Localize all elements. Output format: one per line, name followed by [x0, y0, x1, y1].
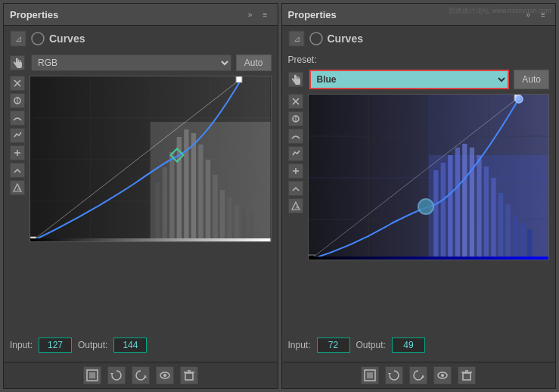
left-auto-button[interactable]: Auto [236, 54, 272, 71]
svg-point-78 [515, 95, 523, 103]
right-tool-6[interactable] [288, 181, 303, 196]
svg-point-44 [310, 33, 322, 45]
left-header-icons: » ≡ [244, 8, 272, 20]
left-tb-btn-1[interactable] [83, 366, 101, 384]
left-tool-2[interactable] [10, 93, 25, 108]
right-circle-icon [309, 32, 323, 45]
right-curve-svg [308, 94, 550, 260]
right-bottom-toolbar [282, 362, 556, 388]
left-curves-icon: ⊿ [10, 30, 26, 47]
left-tool-3[interactable] [10, 110, 25, 126]
right-channel-row: Blue RGB Red Green Auto [288, 70, 550, 89]
right-curve-section: A [288, 94, 550, 330]
right-panel: Properties » ≡ ⊿ Curves Preset: [281, 3, 557, 389]
svg-rect-33 [236, 76, 242, 82]
right-curve-title-row: ⊿ Curves [282, 26, 556, 48]
svg-point-2 [32, 33, 44, 45]
right-header-icons: » ≡ [522, 8, 549, 20]
right-input-output-row: Input: 72 Output: 49 [288, 334, 550, 356]
svg-rect-80 [367, 372, 373, 378]
svg-point-74 [418, 199, 433, 214]
left-curves-label: Curves [49, 33, 85, 45]
left-tb-btn-eye[interactable] [156, 366, 174, 384]
left-curve-section: A [10, 76, 272, 330]
right-panel-body: Preset: Blue RGB Red Green Auto [282, 48, 556, 362]
left-tool-6[interactable] [10, 163, 25, 178]
right-tb-btn-eye[interactable] [433, 366, 452, 384]
svg-rect-29 [30, 76, 271, 242]
right-tb-btn-3[interactable] [409, 366, 427, 384]
right-tool-hand[interactable] [288, 72, 303, 87]
left-panel-title: Properties [10, 9, 58, 20]
right-expand-icon[interactable]: » [522, 8, 534, 20]
right-tool-5[interactable] [288, 163, 303, 179]
svg-rect-72 [428, 95, 548, 260]
svg-text:⊿: ⊿ [15, 34, 22, 43]
right-auto-button[interactable]: Auto [514, 70, 549, 89]
svg-point-38 [163, 374, 166, 377]
right-panel-header: Properties » ≡ [282, 4, 556, 26]
right-curve-canvas-wrapper [308, 94, 550, 330]
left-output-value[interactable]: 144 [113, 338, 147, 353]
right-output-label: Output: [356, 340, 386, 350]
svg-rect-34 [30, 238, 271, 242]
left-properties-panel: Properties » ≡ ⊿ Curves [3, 3, 278, 389]
left-tool-4[interactable] [10, 128, 25, 143]
left-bottom-toolbar [4, 362, 278, 388]
svg-text:A: A [295, 205, 298, 210]
right-menu-icon[interactable]: ≡ [537, 8, 549, 20]
svg-text:A: A [17, 187, 20, 191]
right-tool-1[interactable] [288, 94, 303, 109]
left-panel-body: RGB Red Green Blue Auto [4, 48, 278, 362]
right-input-value[interactable]: 72 [317, 338, 350, 353]
left-curve-canvas-wrapper [30, 76, 272, 330]
left-tb-btn-2[interactable] [107, 366, 126, 384]
right-tb-btn-delete[interactable] [458, 366, 476, 384]
left-tb-btn-delete[interactable] [180, 366, 198, 384]
svg-rect-39 [185, 373, 193, 380]
left-output-label: Output: [78, 340, 107, 350]
right-tool-warning[interactable]: A [288, 198, 303, 213]
left-input-output-row: Input: 127 Output: 144 [10, 334, 272, 356]
right-side-tools-top [288, 72, 305, 87]
right-curves-icon: ⊿ [288, 30, 305, 47]
right-tool-4[interactable] [288, 146, 303, 161]
left-tool-warning[interactable]: A [10, 180, 25, 195]
left-panel-header: Properties » ≡ [4, 4, 278, 26]
left-input-label: Input: [10, 340, 33, 350]
left-channel-row: RGB Red Green Blue Auto [10, 54, 272, 71]
right-input-label: Input: [288, 340, 311, 350]
right-side-tools: A [288, 94, 305, 330]
right-output-value[interactable]: 49 [392, 338, 425, 353]
svg-point-82 [441, 374, 444, 377]
svg-rect-76 [309, 257, 549, 260]
right-preset-label: Preset: [288, 54, 317, 65]
svg-rect-36 [89, 372, 95, 378]
left-tool-hand[interactable] [10, 55, 25, 70]
left-expand-icon[interactable]: » [244, 8, 256, 20]
left-tool-5[interactable] [10, 145, 25, 160]
left-curve-title-row: ⊿ Curves [4, 26, 278, 48]
right-tool-3[interactable] [288, 129, 303, 144]
left-channel-select[interactable]: RGB Red Green Blue [31, 54, 231, 71]
left-circle-icon [31, 32, 45, 45]
right-curves-label: Curves [328, 33, 363, 45]
right-preset-row: Preset: [288, 54, 550, 65]
right-tool-2[interactable] [288, 111, 303, 126]
right-properties-panel: Properties » ≡ ⊿ Curves Preset: [281, 3, 557, 389]
left-menu-icon[interactable]: ≡ [259, 8, 272, 20]
right-panel-title: Properties [288, 9, 337, 20]
left-side-tools: A [10, 76, 26, 330]
right-tb-btn-2[interactable] [385, 366, 403, 384]
left-tb-btn-3[interactable] [132, 366, 150, 384]
right-channel-select[interactable]: Blue RGB Red Green [309, 70, 510, 89]
svg-rect-83 [463, 373, 470, 380]
left-curve-svg [30, 76, 272, 242]
left-tool-1[interactable] [10, 76, 25, 91]
right-tb-btn-1[interactable] [361, 366, 379, 384]
svg-text:⊿: ⊿ [293, 34, 300, 43]
left-side-tools-top [10, 55, 26, 70]
left-panel: Properties » ≡ ⊿ Curves [3, 3, 278, 389]
left-input-value[interactable]: 127 [39, 338, 72, 353]
